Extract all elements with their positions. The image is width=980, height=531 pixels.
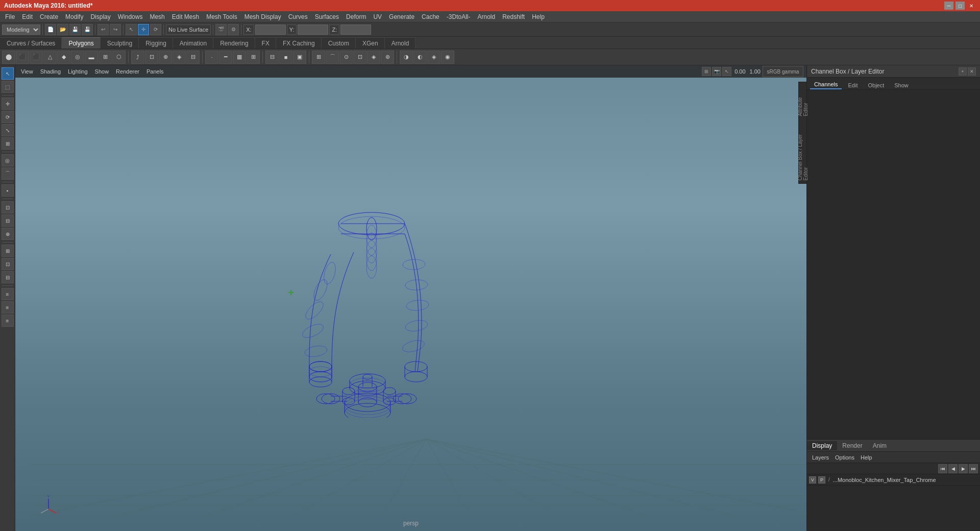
tool-wireframe[interactable]: ⊟	[265, 51, 279, 64]
tool-uvs[interactable]: ⊞	[247, 51, 260, 64]
tab-xgen[interactable]: XGen	[356, 37, 385, 49]
save-as-button[interactable]: 💾	[82, 24, 93, 35]
tab-animation[interactable]: Animation	[173, 37, 213, 49]
move-tool[interactable]: ✛	[2, 98, 14, 110]
tool-torus[interactable]: ◎	[71, 51, 84, 64]
cb-close-button[interactable]: ✕	[968, 67, 976, 76]
cb-tab-object[interactable]: Object	[864, 81, 888, 89]
menu-mesh-tools[interactable]: Mesh Tools	[203, 12, 240, 21]
last-tool[interactable]: ▪	[2, 184, 14, 197]
tool-bevel[interactable]: ◈	[173, 51, 186, 64]
tool-input[interactable]: ◈	[427, 51, 440, 64]
menu-edit-mesh[interactable]: Edit Mesh	[169, 12, 202, 21]
layer-editor-btn[interactable]: ⊡	[2, 258, 14, 270]
layer-menu-layers[interactable]: Layers	[810, 453, 831, 462]
tool-hist-off[interactable]: ◐	[413, 51, 427, 64]
tool-snap-surface[interactable]: ◈	[367, 51, 380, 64]
move-tool-button[interactable]: ✛	[138, 24, 149, 35]
tab-sculpting[interactable]: Sculpting	[101, 37, 139, 49]
tab-rigging[interactable]: Rigging	[139, 37, 173, 49]
cb-tab-channels[interactable]: Channels	[810, 80, 842, 89]
menu-curves[interactable]: Curves	[285, 12, 311, 21]
tool-cone[interactable]: △	[43, 51, 57, 64]
layer-menu-options[interactable]: Options	[833, 453, 856, 462]
menu-modify[interactable]: Modify	[62, 12, 86, 21]
tab-curves-surfaces[interactable]: Curves / Surfaces	[0, 37, 62, 49]
menu-edit[interactable]: Edit	[19, 12, 36, 21]
save-file-button[interactable]: 💾	[69, 24, 81, 35]
menu-redshift[interactable]: Redshift	[499, 12, 528, 21]
select-tool-button[interactable]: ↖	[126, 24, 137, 35]
le-tab-anim[interactable]: Anim	[868, 441, 892, 450]
channel-box-label[interactable]: Channel Box / Layer Editor	[796, 122, 810, 183]
tool-subdiv[interactable]: ⊟	[186, 51, 200, 64]
anim-layer-btn[interactable]: ⊟	[2, 271, 14, 283]
script-editor-btn[interactable]: ≡	[2, 288, 14, 300]
cb-tab-show[interactable]: Show	[890, 81, 913, 89]
maximize-button[interactable]: □	[955, 2, 965, 10]
layer-menu-help[interactable]: Help	[859, 453, 874, 462]
tool-snap-point[interactable]: ⊙	[339, 51, 353, 64]
layer-visibility-btn[interactable]: V	[809, 476, 816, 484]
tool-snap-view[interactable]: ⊡	[353, 51, 366, 64]
channel-box-btn[interactable]: ≡	[2, 301, 14, 313]
tool-cylinder[interactable]: ⬛	[30, 51, 43, 64]
menu-3dtool[interactable]: -3DtoAll-	[444, 12, 474, 21]
layer-item[interactable]: V P / ...Monobloc_Kitchen_Mixer_Tap_Chro…	[807, 474, 980, 486]
vp-btn-camera[interactable]: 📷	[712, 67, 721, 76]
vp-btn-grid[interactable]: ⊞	[702, 67, 711, 76]
menu-windows[interactable]: Windows	[115, 12, 146, 21]
menu-mesh-display[interactable]: Mesh Display	[241, 12, 284, 21]
tool-textured[interactable]: ▣	[293, 51, 306, 64]
attribute-editor-btn[interactable]: ≡	[2, 315, 14, 327]
tool-bridge[interactable]: ⊡	[145, 51, 158, 64]
tool-output[interactable]: ◉	[441, 51, 454, 64]
cb-tab-edit[interactable]: Edit	[844, 81, 862, 89]
snap-together[interactable]: ⊕	[2, 228, 14, 240]
vp-menu-view[interactable]: View	[18, 67, 36, 76]
menu-deform[interactable]: Deform	[343, 12, 369, 21]
undo-button[interactable]: ↩	[97, 24, 109, 35]
vp-menu-lighting[interactable]: Lighting	[65, 67, 90, 76]
tool-soccer[interactable]: ⬡	[112, 51, 126, 64]
render-layer-btn[interactable]: ⊞	[2, 245, 14, 257]
tool-plane[interactable]: ▬	[85, 51, 98, 64]
vp-gamma-select[interactable]: sRGB gamma	[763, 66, 803, 77]
attribute-editor-label[interactable]: Attribute Editor	[796, 82, 810, 119]
tab-rendering[interactable]: Rendering	[213, 37, 255, 49]
workspace-select[interactable]: Modeling	[2, 25, 40, 35]
menu-arnold[interactable]: Arnold	[474, 12, 498, 21]
select-tool[interactable]: ↖	[2, 67, 14, 80]
show-hide-left[interactable]: ⊡	[2, 201, 14, 213]
menu-surfaces[interactable]: Surfaces	[312, 12, 342, 21]
x-input[interactable]	[255, 25, 286, 35]
le-tab-render[interactable]: Render	[837, 441, 867, 450]
menu-display[interactable]: Display	[87, 12, 113, 21]
tool-snap-curve[interactable]: ⌒	[326, 51, 339, 64]
window-controls[interactable]: ─ □ ✕	[944, 2, 976, 10]
quick-layout[interactable]: ⊟	[2, 214, 14, 227]
universal-manip[interactable]: ⊞	[2, 137, 14, 150]
menu-create[interactable]: Create	[37, 12, 61, 21]
z-input[interactable]	[340, 25, 371, 35]
scale-tool[interactable]: ⤡	[2, 124, 14, 136]
menu-cache[interactable]: Cache	[419, 12, 443, 21]
vp-menu-show[interactable]: Show	[92, 67, 112, 76]
tool-hist-on[interactable]: ◑	[400, 51, 413, 64]
menu-uv[interactable]: UV	[370, 12, 385, 21]
cb-expand-button[interactable]: +	[959, 67, 967, 76]
tab-polygons[interactable]: Polygons	[62, 37, 100, 49]
tab-custom[interactable]: Custom	[322, 37, 356, 49]
render-settings-button[interactable]: ⚙	[228, 24, 239, 35]
render-button[interactable]: 🎬	[215, 24, 227, 35]
tool-edge[interactable]: ━	[219, 51, 232, 64]
tab-fx-caching[interactable]: FX Caching	[276, 37, 322, 49]
tool-sphere[interactable]: ⬤	[2, 51, 15, 64]
layer-next[interactable]: ▶	[959, 464, 968, 473]
tool-merge[interactable]: ⊕	[159, 51, 172, 64]
new-file-button[interactable]: 📄	[45, 24, 56, 35]
le-tab-display[interactable]: Display	[807, 441, 837, 450]
tool-face[interactable]: ▦	[233, 51, 246, 64]
layer-next-next[interactable]: ⏭	[969, 464, 978, 473]
tool-extrude[interactable]: ⤴	[131, 51, 144, 64]
